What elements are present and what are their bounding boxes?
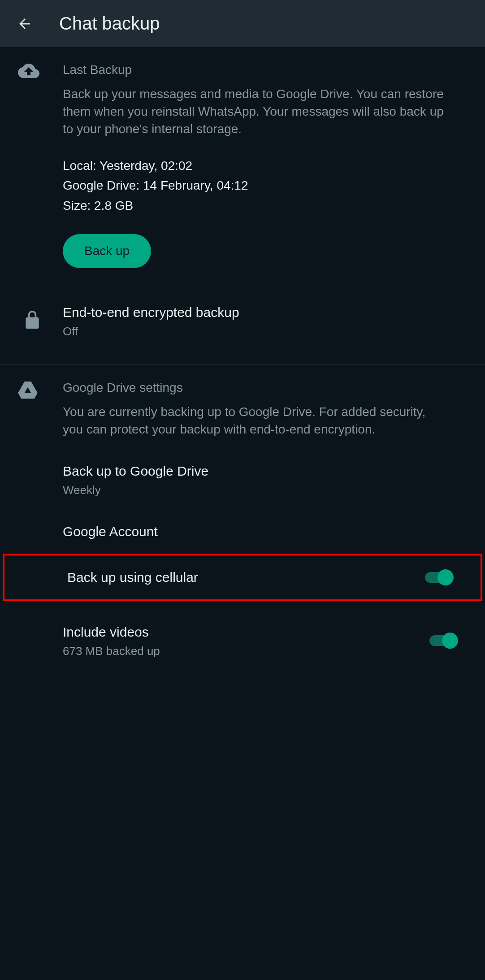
include-videos-row[interactable]: Include videos 673 MB backed up [0,610,485,671]
backup-cellular-title: Back up using cellular [67,568,425,587]
backup-frequency-row[interactable]: Back up to Google Drive Weekly [0,449,485,510]
include-videos-subtitle: 673 MB backed up [63,644,429,658]
google-drive-icon [18,382,38,438]
app-header: Chat backup [0,0,485,47]
e2e-status: Off [63,325,467,338]
e2e-title: End-to-end encrypted backup [63,303,467,322]
highlight-annotation: Back up using cellular [3,554,482,601]
backup-cellular-row[interactable]: Back up using cellular [4,555,481,599]
backup-info: Local: Yesterday, 02:02 Google Drive: 14… [63,156,449,216]
content: Last Backup Back up your messages and me… [0,47,485,671]
lock-icon [25,311,40,330]
include-videos-toggle[interactable] [429,633,458,649]
google-drive-backup-time: Google Drive: 14 February, 04:12 [63,176,449,196]
back-button[interactable] [13,13,36,35]
last-backup-section: Last Backup Back up your messages and me… [0,47,485,351]
local-backup-time: Local: Yesterday, 02:02 [63,156,449,176]
arrow-left-icon [17,16,33,32]
page-title: Chat backup [59,13,160,34]
include-videos-title: Include videos [63,623,429,642]
backup-button[interactable]: Back up [63,234,151,268]
google-account-row[interactable]: Google Account [0,510,485,554]
last-backup-description: Back up your messages and media to Googl… [63,85,449,138]
drive-settings-description: You are currently backing up to Google D… [63,403,449,438]
google-drive-settings-section: Google Drive settings You are currently … [0,365,485,671]
backup-size: Size: 2.8 GB [63,196,449,216]
backup-frequency-value: Weekly [63,483,458,497]
e2e-encrypted-backup-row[interactable]: End-to-end encrypted backup Off [0,291,485,351]
drive-settings-title: Google Drive settings [63,381,449,395]
backup-frequency-title: Back up to Google Drive [63,462,458,481]
cloud-upload-icon [18,64,39,268]
google-account-title: Google Account [63,522,458,541]
backup-cellular-toggle[interactable] [425,569,454,585]
last-backup-title: Last Backup [63,63,449,77]
